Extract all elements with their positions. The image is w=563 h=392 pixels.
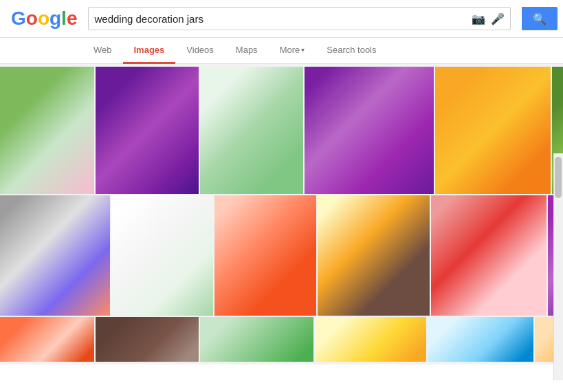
image-result[interactable] [431,195,547,316]
nav-web[interactable]: Web [82,38,123,64]
nav-search-tools[interactable]: Search tools [316,38,387,64]
image-result[interactable] [96,317,199,362]
image-result[interactable] [200,317,313,362]
nav-more[interactable]: More ▾ [269,38,316,64]
logo-letter-o1: o [26,8,38,30]
scrollbar-thumb[interactable] [555,157,562,198]
image-row-1 [0,67,563,194]
mic-search-icon[interactable]: 🎤 [491,12,505,25]
image-result[interactable] [318,195,430,316]
logo-letter-g2: g [49,8,61,30]
header: Google 📷 🎤 🔍 [0,0,563,38]
google-logo[interactable]: Google [11,8,77,30]
image-result[interactable] [305,67,434,194]
image-result[interactable] [111,195,213,316]
camera-search-icon[interactable]: 📷 [472,12,485,25]
logo-letter-o2: o [38,8,49,30]
image-result[interactable] [214,195,316,316]
nav-more-label: More [280,45,300,55]
image-result[interactable] [435,67,551,194]
image-result[interactable] [428,317,533,362]
image-result[interactable] [200,67,303,194]
logo-letter-g: G [11,8,26,30]
search-button[interactable]: 🔍 [522,7,558,30]
nav-maps[interactable]: Maps [225,38,269,64]
nav-videos[interactable]: Videos [175,38,225,64]
image-result[interactable] [0,195,110,316]
navigation-bar: Web Images Videos Maps More ▾ Search too… [0,38,563,64]
image-row-2 [0,195,563,316]
scrollbar-track[interactable] [553,153,563,380]
search-input[interactable] [94,13,466,25]
nav-images[interactable]: Images [123,38,176,64]
image-result[interactable] [96,67,199,194]
search-bar[interactable]: 📷 🎤 [88,7,511,30]
image-result[interactable] [0,317,94,362]
logo-letter-e: e [67,8,78,30]
nav-more-arrow-icon: ▾ [301,46,305,54]
image-result[interactable] [0,67,94,194]
image-result[interactable] [315,317,426,362]
image-row-3 [0,317,563,362]
image-grid [0,64,563,364]
logo-letter-l: l [61,8,67,30]
main-content [0,64,563,364]
